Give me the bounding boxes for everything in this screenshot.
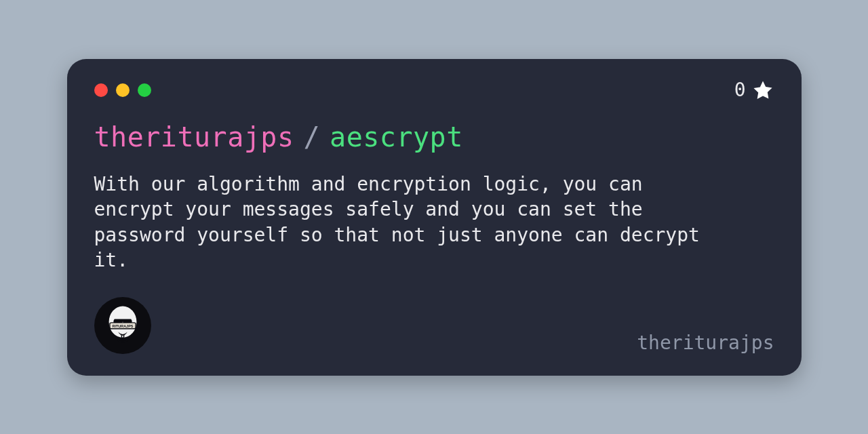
repo-card: 0 theriturajps / aescrypt With our algor… (67, 59, 802, 376)
footer-handle[interactable]: theriturajps (637, 332, 774, 354)
window-topbar: 0 (94, 81, 774, 100)
repo-owner[interactable]: theriturajps (94, 121, 294, 153)
card-footer: RITURAJPS theriturajps (94, 297, 774, 354)
avatar[interactable]: RITURAJPS (94, 297, 151, 354)
repo-description: With our algorithm and encryption logic,… (94, 172, 705, 273)
repo-title: theriturajps / aescrypt (94, 121, 774, 153)
star-count[interactable]: 0 (734, 79, 774, 102)
minimize-dot-icon[interactable] (116, 83, 130, 97)
svg-text:RITURAJPS: RITURAJPS (112, 323, 133, 328)
star-count-value: 0 (734, 79, 746, 101)
traffic-lights (94, 83, 151, 97)
close-dot-icon[interactable] (94, 83, 108, 97)
repo-name[interactable]: aescrypt (330, 121, 463, 153)
avatar-mask-icon: RITURAJPS (100, 302, 146, 349)
star-icon (751, 79, 774, 102)
repo-separator: / (303, 121, 320, 153)
maximize-dot-icon[interactable] (138, 83, 151, 97)
